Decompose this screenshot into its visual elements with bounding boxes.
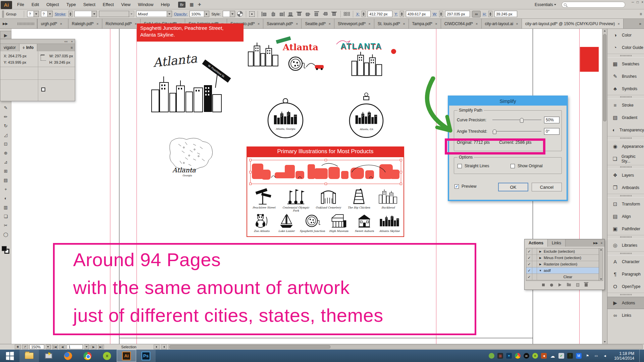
recolor-artwork-icon[interactable]: [237, 11, 243, 17]
eyedropper-tool[interactable]: +: [0, 185, 11, 194]
hscroll-left-icon[interactable]: [161, 345, 167, 349]
artboard-nav-icon[interactable]: ✱: [15, 345, 21, 349]
toggle-item-check[interactable]: ✓: [526, 255, 532, 261]
next-page-button[interactable]: ▶: [91, 345, 97, 349]
stop-icon[interactable]: [542, 284, 545, 286]
document-tab[interactable]: Shreveport.pdf*×: [334, 19, 374, 28]
action-row[interactable]: ✓▶Minus Front (selection): [526, 255, 599, 261]
distribute-top-icon[interactable]: [314, 11, 319, 17]
menu-effect[interactable]: Effect: [99, 2, 117, 7]
canvas-area[interactable]: Spaghetti Junction, Peachtree Street, At…: [0, 29, 644, 344]
prev-page-button[interactable]: ◀: [59, 345, 65, 349]
close-icon[interactable]: ×: [435, 22, 437, 26]
trash-icon[interactable]: [585, 283, 588, 287]
document-tab[interactable]: urgh.pdf*×: [38, 19, 68, 28]
x-link[interactable]: X:: [356, 12, 360, 16]
workspace-switcher[interactable]: Essentials: [535, 2, 556, 7]
tray-icon-network[interactable]: ▭: [593, 353, 599, 359]
search-input[interactable]: [561, 2, 625, 8]
close-icon[interactable]: ×: [71, 40, 73, 43]
selection-handle[interactable]: [400, 171, 402, 173]
document-tab[interactable]: St. louis.pdf*×: [374, 19, 409, 28]
close-icon[interactable]: ×: [96, 22, 98, 26]
w-stepper[interactable]: [439, 11, 443, 17]
new-set-folder-icon[interactable]: [567, 284, 571, 286]
stroke-weight-stepper[interactable]: [68, 11, 72, 17]
export-icon[interactable]: ↱: [22, 345, 28, 349]
zoom-level-field[interactable]: 150%: [30, 345, 44, 349]
document-tab-active[interactable]: city-art-layout.pdf* @ 150% (CMYK/GPU Pr…: [522, 19, 624, 28]
constrain-proportions-icon[interactable]: ∞: [472, 11, 481, 17]
panel-menu-icon[interactable]: ≡: [601, 241, 602, 245]
document-tab[interactable]: Raleigh.pdf*×: [68, 19, 102, 28]
action-row[interactable]: ✓Clear: [526, 274, 599, 280]
fill-stroke-indicator[interactable]: [2, 246, 10, 254]
start-button[interactable]: [0, 350, 19, 362]
action-row-selected[interactable]: ✓▼asdf: [526, 267, 599, 274]
menu-object[interactable]: Object: [43, 2, 63, 7]
new-action-icon[interactable]: [576, 283, 579, 287]
minimize-button[interactable]: ─: [632, 0, 634, 4]
align-bottom-icon[interactable]: [297, 12, 302, 16]
align-left-icon[interactable]: [262, 12, 267, 16]
dock-item-stroke[interactable]: ≡Stroke: [607, 99, 644, 111]
align-right-icon[interactable]: [279, 12, 284, 16]
dock-item-color-guide[interactable]: ◔Color Guide: [607, 41, 644, 54]
y-field[interactable]: 439.617 px: [406, 11, 431, 17]
tray-icon-cloud[interactable]: ☁: [550, 353, 555, 359]
taskbar-remote-desktop[interactable]: [39, 350, 58, 362]
document-tab[interactable]: Tampa.pdf*×: [409, 19, 441, 28]
tray-icon-volume[interactable]: ◄: [602, 353, 608, 359]
stroke-weight-combo[interactable]: [74, 11, 97, 17]
shape-builder-tool[interactable]: ⊕: [0, 148, 11, 158]
page-dropdown-icon[interactable]: [84, 345, 89, 349]
document-tab[interactable]: Richmond.pdf*×: [102, 19, 141, 28]
align-middle-icon[interactable]: [306, 11, 310, 17]
dock-item-actions[interactable]: ▶Actions: [607, 297, 644, 309]
dock-item-paragraph[interactable]: ¶Paragraph: [607, 268, 644, 280]
free-transform-tool[interactable]: ⊡: [0, 139, 11, 148]
restore-button[interactable]: □: [637, 0, 639, 4]
actions-scrollbar[interactable]: [599, 248, 603, 281]
panel-collapse-header[interactable]: ▶▶: [0, 19, 38, 28]
dock-item-graphic-styles[interactable]: ❏Graphic Sty...: [607, 153, 644, 165]
expand-arrow-icon[interactable]: ▶: [537, 256, 544, 259]
tray-icon-chrome[interactable]: ◔: [515, 353, 521, 359]
tray-icon-creative-cloud[interactable]: ∞: [524, 353, 529, 359]
perspective-grid-tool[interactable]: ⊿: [0, 158, 11, 167]
dock-item-artboards[interactable]: ❐Artboards: [607, 181, 644, 194]
expand-arrow-icon[interactable]: ▶: [537, 250, 544, 253]
expand-arrow-icon[interactable]: ▶: [537, 263, 544, 266]
dock-item-align[interactable]: ▤Align: [607, 210, 644, 223]
align-top-icon[interactable]: [288, 12, 293, 16]
show-original-checkbox[interactable]: Show Original: [511, 164, 543, 168]
dock-item-appearance[interactable]: ◉Appearance: [607, 140, 644, 153]
status-menu-icon[interactable]: [154, 345, 160, 349]
toggle-item-check[interactable]: ✓: [526, 261, 532, 267]
action-row[interactable]: ✓▶Exclude (selection): [526, 248, 599, 255]
close-icon[interactable]: ×: [403, 22, 405, 26]
taskbar-file-explorer[interactable]: [19, 350, 39, 362]
mesh-tool[interactable]: ⊞: [0, 167, 11, 176]
panel-collapse-icon[interactable]: ▶▶: [593, 241, 598, 245]
tray-icon-update-check[interactable]: ✔: [558, 353, 564, 359]
tab-overflow-icon[interactable]: »: [636, 19, 644, 28]
document-tab[interactable]: Savannah.pdf*×: [263, 19, 302, 28]
preview-checkbox[interactable]: ✓Preview: [454, 184, 476, 189]
toggle-item-check[interactable]: ✓: [526, 267, 532, 274]
x-stepper[interactable]: [362, 11, 366, 17]
dock-item-libraries[interactable]: ◎Libraries: [607, 239, 644, 251]
selection-handle[interactable]: [325, 183, 327, 185]
slider-thumb[interactable]: [520, 118, 524, 123]
collapse-arrow-icon[interactable]: ▼: [537, 269, 544, 272]
panel-menu-icon[interactable]: ≡: [69, 44, 75, 51]
first-page-button[interactable]: |◀: [52, 345, 58, 349]
stroke-link[interactable]: Stroke:: [55, 12, 66, 16]
w-field[interactable]: 297.035 px: [445, 11, 470, 17]
show-desktop-button[interactable]: [639, 350, 642, 362]
tray-icon-chart[interactable]: ▥: [497, 353, 503, 359]
taskbar-spotify[interactable]: ≡: [97, 350, 117, 362]
toggle-item-check[interactable]: ✓: [526, 248, 532, 254]
column-graph-tool[interactable]: ▥: [0, 203, 11, 212]
angle-threshold-field[interactable]: 0°: [544, 128, 559, 135]
